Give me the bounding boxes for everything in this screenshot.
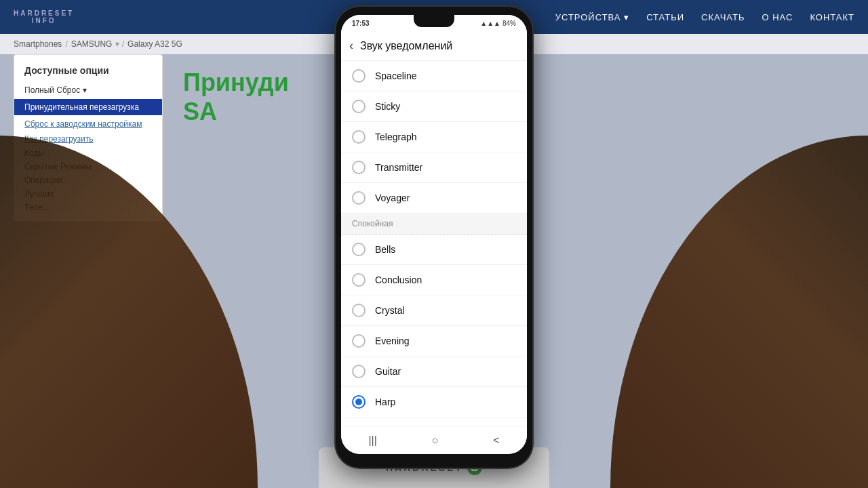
radio-guitar[interactable] [352, 365, 366, 378]
signal-icon: ▲▲▲ [480, 20, 500, 27]
bottom-nav: ||| ○ < [341, 426, 527, 454]
label-sticky: Sticky [375, 101, 400, 112]
nav-download[interactable]: СКАЧАТЬ [701, 12, 745, 22]
nav-about[interactable]: О НАС [762, 12, 793, 22]
nav-links: УСТРОЙСТВА СТАТЬИ СКАЧАТЬ О НАС КОНТАКТ [555, 12, 854, 22]
phone-screen: 17:53 ▲▲▲ 84% ‹ Звук уведомлений Spaceli… [341, 15, 527, 454]
radio-transmitter[interactable] [352, 161, 366, 174]
radio-telegraph[interactable] [352, 130, 366, 144]
breadcrumb-galaxy[interactable]: Galaxy A32 5G [127, 39, 182, 49]
breadcrumb-smartphones[interactable]: Smartphones [14, 39, 62, 49]
section-calm-header: Спокойная [341, 214, 527, 235]
radio-crystal[interactable] [352, 304, 366, 317]
logo-text: HARDRESET [14, 9, 74, 17]
list-item-guitar[interactable]: Guitar [341, 357, 527, 387]
radio-conclusion[interactable] [352, 273, 366, 287]
status-time: 17:53 [352, 20, 370, 27]
list-item-conclusion[interactable]: Conclusion [341, 265, 527, 296]
sidebar-title: Доступные опции [14, 62, 162, 83]
sidebar-dropdown[interactable]: Полный Сброс ▾ [14, 83, 162, 98]
list-item-voyager[interactable]: Voyager [341, 183, 527, 214]
label-crystal: Crystal [375, 305, 405, 316]
nav-devices[interactable]: УСТРОЙСТВА [555, 12, 629, 22]
menu-button[interactable]: ||| [368, 434, 376, 447]
list-item-hop[interactable]: Hop [341, 418, 527, 426]
list-item-evening[interactable]: Evening [341, 326, 527, 357]
phone-frame: 17:53 ▲▲▲ 84% ‹ Звук уведомлений Spaceli… [336, 7, 532, 468]
screen-title: Звук уведомлений [360, 40, 452, 52]
label-conclusion: Conclusion [375, 274, 422, 285]
app-header: ‹ Звук уведомлений [341, 31, 527, 61]
sidebar-item-factory-reset[interactable]: Сброс к заводским настройкам [14, 117, 162, 131]
breadcrumb-samsung[interactable]: SAMSUNG [71, 39, 113, 49]
back-nav-button[interactable]: < [493, 434, 499, 447]
label-bells: Bells [375, 244, 395, 255]
site-logo: HARDRESET INFO [14, 9, 74, 24]
radio-evening[interactable] [352, 334, 366, 348]
label-transmitter: Transmitter [375, 162, 422, 173]
phone-notch [414, 15, 454, 27]
list-item-spaceline[interactable]: Spaceline [341, 61, 527, 92]
label-telegraph: Telegraph [375, 131, 417, 142]
back-button[interactable]: ‹ [349, 39, 353, 53]
label-evening: Evening [375, 336, 410, 346]
logo-sub: INFO [14, 17, 74, 24]
list-item-bells[interactable]: Bells [341, 235, 527, 265]
radio-spaceline[interactable] [352, 69, 366, 83]
list-item-sticky[interactable]: Sticky [341, 92, 527, 122]
radio-harp[interactable] [352, 395, 366, 409]
label-spaceline: Spaceline [375, 70, 417, 81]
radio-sticky[interactable] [352, 100, 366, 113]
list-item-telegraph[interactable]: Telegraph [341, 122, 527, 152]
label-guitar: Guitar [375, 366, 401, 377]
status-icons: ▲▲▲ 84% [480, 20, 516, 27]
list-item-crystal[interactable]: Crystal [341, 296, 527, 326]
nav-articles[interactable]: СТАТЬИ [646, 12, 684, 22]
home-button[interactable]: ○ [432, 434, 439, 447]
sidebar-item-force-restart[interactable]: Принудительная перезагрузка [14, 99, 162, 115]
list-item-transmitter[interactable]: Transmitter [341, 152, 527, 183]
radio-voyager[interactable] [352, 191, 366, 205]
notification-sound-list[interactable]: Spaceline Sticky Telegraph Transmitter V… [341, 61, 527, 426]
nav-contact[interactable]: КОНТАКТ [810, 12, 854, 22]
radio-bells[interactable] [352, 243, 366, 256]
label-harp: Harp [375, 396, 395, 407]
label-voyager: Voyager [375, 192, 410, 203]
list-item-harp[interactable]: Harp [341, 387, 527, 418]
battery-text: 84% [502, 20, 516, 27]
